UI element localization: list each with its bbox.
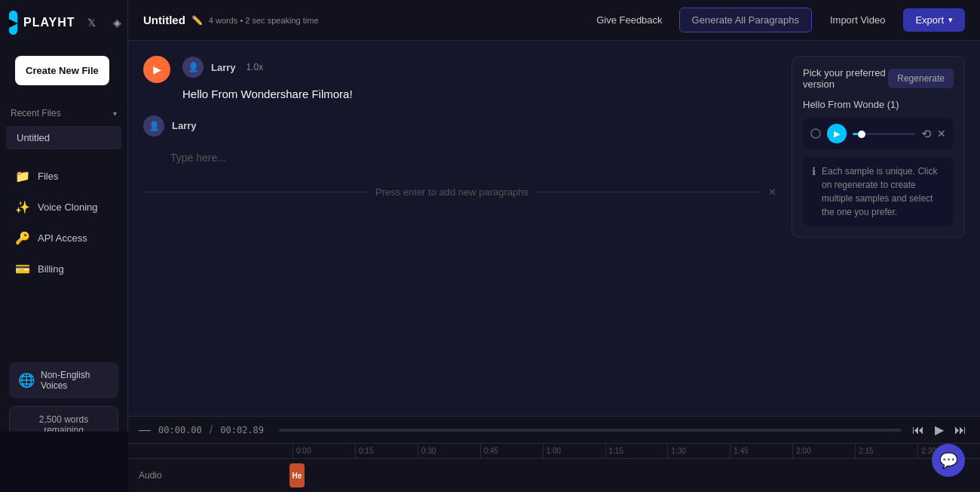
sample-speed-icon[interactable]: ⟲: [921, 127, 931, 141]
edit-title-icon[interactable]: ✏️: [191, 15, 203, 26]
sidebar-item-voice-cloning[interactable]: ✨ Voice Cloning: [5, 192, 123, 222]
sample-progress-bar[interactable]: [853, 133, 915, 135]
give-feedback-button[interactable]: Give Feedback: [587, 10, 671, 30]
ruler-mark-0: 0:00: [292, 444, 355, 458]
paragraph-block-1: ▶ 👤 Larry 1.0x Hello From Wondershare Fi…: [143, 56, 776, 103]
editor-area: ▶ 👤 Larry 1.0x Hello From Wondershare Fi…: [128, 41, 980, 416]
right-panel: Pick your preferred version Regenerate H…: [792, 56, 965, 238]
sample-player: ▶ ⟲ ✕: [803, 118, 954, 149]
file-meta: 4 words • 2 sec speaking time: [209, 16, 319, 25]
add-hint-text: Press enter to add new paragraphs: [375, 186, 528, 198]
voice-speed-1: 1.0x: [247, 62, 264, 72]
sidebar-label-api: API Access: [38, 232, 87, 244]
non-english-icon: 🌐: [18, 372, 35, 389]
info-icon: ℹ: [812, 165, 816, 219]
ruler-mark-8: 2:00: [792, 444, 855, 458]
non-english-label: Non-English Voices: [41, 370, 109, 391]
sidebar-label-billing: Billing: [38, 263, 64, 275]
sidebar-label-files: Files: [38, 171, 58, 182]
logo-text: PLAYHT: [23, 16, 75, 29]
timeline-controls: — 00:00.00 / 00:02.89 ⏮ ▶ ⏭: [128, 417, 980, 444]
info-box: ℹ Each sample is unique. Click on regene…: [803, 157, 954, 226]
audio-clip-label: He: [292, 472, 302, 480]
sample-play-button[interactable]: ▶: [827, 124, 847, 143]
paragraph-text-1: Hello From Wondershare Filmora!: [182, 88, 353, 100]
generate-all-button[interactable]: Generate All Paragraphs: [679, 8, 812, 32]
logo-icon: ▶: [9, 11, 17, 35]
timeline-track: Audio He: [128, 459, 980, 492]
twitter-icon[interactable]: 𝕏: [81, 12, 103, 33]
export-label: Export: [915, 14, 944, 26]
paragraph-header-1: 👤 Larry 1.0x: [182, 57, 263, 78]
timeline-time-current: 00:00.00: [158, 425, 202, 435]
timeline-area: — 00:00.00 / 00:02.89 ⏮ ▶ ⏭ 0:00 0:15 0:…: [128, 416, 980, 492]
chat-icon: 💬: [939, 451, 958, 469]
api-icon: 🔑: [15, 231, 30, 245]
play-button-1[interactable]: ▶: [143, 56, 170, 83]
hint-divider-2: [536, 192, 761, 192]
sample-close-icon[interactable]: ✕: [937, 128, 946, 140]
ruler-mark-7: 1:45: [730, 444, 792, 458]
sample-progress-dot: [858, 131, 865, 138]
file-item-untitled[interactable]: Untitled: [6, 126, 121, 149]
header: Untitled ✏️ 4 words • 2 sec speaking tim…: [128, 0, 980, 41]
ruler-marks: 0:00 0:15 0:30 0:45 1:00 1:15 1:30 1:45 …: [292, 444, 980, 458]
voice-name-1[interactable]: Larry: [211, 62, 236, 73]
create-new-button[interactable]: Create New File: [15, 56, 109, 85]
timeline-skip-forward-button[interactable]: ⏭: [951, 422, 969, 438]
export-chevron-icon: ▾: [948, 15, 953, 25]
export-button[interactable]: Export ▾: [903, 8, 965, 32]
timeline-collapse-icon[interactable]: —: [139, 423, 151, 437]
sidebar-item-billing[interactable]: 💳 Billing: [5, 254, 123, 284]
recent-files-label[interactable]: Recent Files ▾: [0, 102, 127, 125]
logo-area: ▶ PLAYHT 𝕏 ◈: [0, 0, 127, 45]
timeline-time-total: 00:02.89: [220, 425, 264, 435]
close-hint-icon[interactable]: ✕: [768, 186, 776, 198]
ruler-mark-1: 0:15: [355, 444, 418, 458]
ruler-mark-5: 1:15: [605, 444, 668, 458]
ruler-mark-4: 1:00: [543, 444, 605, 458]
files-icon: 📁: [15, 169, 30, 183]
hint-divider: [143, 192, 368, 192]
header-left: Untitled ✏️ 4 words • 2 sec speaking tim…: [143, 14, 319, 26]
sample-title: Hello From Wonde (1): [803, 99, 954, 110]
sidebar-item-files[interactable]: 📁 Files: [5, 161, 123, 191]
discord-icon[interactable]: ◈: [107, 12, 128, 33]
voice-cloning-icon: ✨: [15, 200, 30, 214]
regenerate-button[interactable]: Regenerate: [888, 69, 954, 88]
track-content: He: [289, 463, 969, 487]
thumbnail-area: [0, 432, 128, 492]
ruler-mark-3: 0:45: [480, 444, 543, 458]
non-english-voices-card[interactable]: 🌐 Non-English Voices: [9, 362, 118, 398]
add-paragraph-hint: Press enter to add new paragraphs ✕: [143, 186, 776, 198]
paragraph-header-2: 👤 Larry: [143, 115, 776, 137]
ruler-mark-2: 0:30: [418, 444, 480, 458]
sample-progress-fill: [853, 133, 858, 135]
voice-name-2[interactable]: Larry: [172, 120, 197, 131]
timeline-progress-bar[interactable]: [279, 429, 902, 432]
paragraph-row-1: ▶ 👤 Larry 1.0x: [143, 56, 776, 83]
nav-section: 📁 Files ✨ Voice Cloning 🔑 API Access 💳 B…: [0, 157, 127, 288]
billing-icon: 💳: [15, 262, 30, 276]
track-label: Audio: [139, 470, 289, 481]
timeline-skip-back-button[interactable]: ⏮: [909, 422, 927, 438]
sample-radio[interactable]: [810, 128, 821, 139]
main-content: Untitled ✏️ 4 words • 2 sec speaking tim…: [128, 0, 980, 492]
import-video-button[interactable]: Import Video: [819, 8, 896, 32]
ruler-mark-6: 1:30: [667, 444, 730, 458]
chat-bubble[interactable]: 💬: [932, 444, 965, 477]
file-title: Untitled: [143, 14, 185, 26]
voice-avatar-2: 👤: [143, 115, 164, 137]
voice-avatar-1: 👤: [182, 57, 204, 78]
recent-files-chevron: ▾: [113, 109, 117, 118]
header-right: Give Feedback Generate All Paragraphs Im…: [587, 8, 965, 32]
timeline-separator: /: [210, 423, 213, 437]
info-text: Each sample is unique. Click on regenera…: [822, 165, 945, 219]
audio-clip[interactable]: He: [289, 463, 305, 487]
text-editor: ▶ 👤 Larry 1.0x Hello From Wondershare Fi…: [143, 56, 776, 401]
sidebar-label-voice-cloning: Voice Cloning: [38, 201, 98, 213]
timeline-play-button[interactable]: ▶: [932, 421, 947, 438]
sidebar-item-api-access[interactable]: 🔑 API Access: [5, 223, 123, 253]
paragraph-block-2: 👤 Larry: [143, 115, 776, 167]
paragraph-input-2[interactable]: [170, 149, 776, 167]
